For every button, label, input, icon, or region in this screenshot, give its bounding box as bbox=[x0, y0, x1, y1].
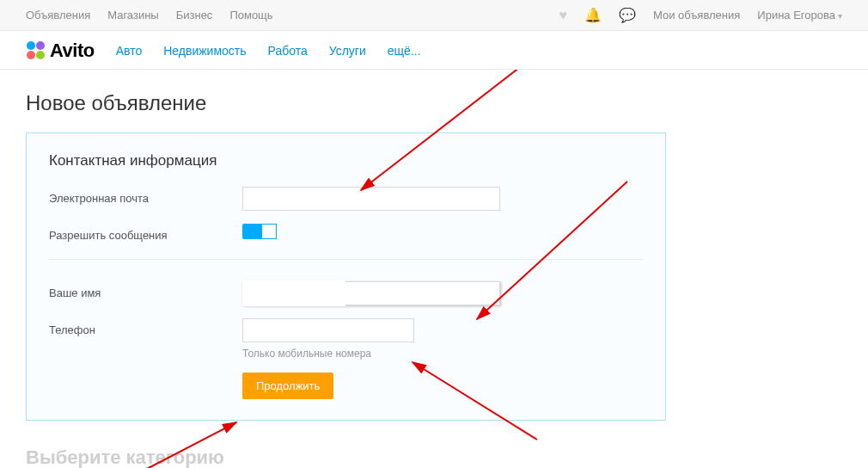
choose-category-heading: Выберите категорию bbox=[26, 446, 842, 468]
heart-icon[interactable]: ♥ bbox=[559, 8, 567, 23]
cat-auto[interactable]: Авто bbox=[116, 44, 143, 58]
contact-panel: Контактная информация Электронная почта … bbox=[26, 132, 666, 421]
email-label: Электронная почта bbox=[49, 187, 242, 205]
toplink-help[interactable]: Помощь bbox=[229, 9, 272, 22]
allow-label: Разрешить сообщения bbox=[49, 224, 242, 242]
toplink-ads[interactable]: Объявления bbox=[26, 9, 90, 22]
topbar-right: ♥ 🔔 💬 Мои объявления Ирина Егорова▾ bbox=[559, 7, 842, 23]
cat-jobs[interactable]: Работа bbox=[268, 44, 308, 58]
phone-hint: Только мобильные номера bbox=[242, 348, 643, 360]
toplink-shops[interactable]: Магазины bbox=[107, 9, 159, 22]
allow-toggle[interactable] bbox=[242, 224, 277, 239]
bell-icon[interactable]: 🔔 bbox=[584, 7, 602, 23]
row-allow-messages: Разрешить сообщения bbox=[49, 224, 643, 242]
logo-icon bbox=[26, 40, 46, 61]
category-links: Авто Недвижимость Работа Услуги ещё... bbox=[116, 44, 421, 58]
page-body: Новое объявление Контактная информация Э… bbox=[0, 70, 868, 468]
chevron-down-icon: ▾ bbox=[838, 11, 842, 21]
user-menu[interactable]: Ирина Егорова▾ bbox=[757, 9, 842, 22]
email-input[interactable] bbox=[242, 187, 500, 211]
cat-more[interactable]: ещё... bbox=[388, 44, 421, 58]
toggle-knob bbox=[261, 224, 277, 239]
logo-text: Avito bbox=[50, 40, 95, 62]
row-email: Электронная почта bbox=[49, 187, 643, 211]
topbar-left: Объявления Магазины Бизнес Помощь bbox=[26, 9, 273, 22]
row-phone: Телефон Только мобильные номера bbox=[49, 318, 643, 360]
logo[interactable]: Avito bbox=[26, 40, 95, 62]
row-name: Ваше имя bbox=[49, 281, 643, 305]
topbar: Объявления Магазины Бизнес Помощь ♥ 🔔 💬 … bbox=[0, 0, 868, 31]
name-overlay bbox=[242, 280, 345, 306]
toplink-business[interactable]: Бизнес bbox=[176, 9, 213, 22]
cat-services[interactable]: Услуги bbox=[329, 44, 366, 58]
row-submit: Продолжить bbox=[49, 373, 643, 399]
phone-label: Телефон bbox=[49, 318, 242, 336]
my-ads-link[interactable]: Мои объявления bbox=[653, 9, 740, 22]
phone-input[interactable] bbox=[242, 318, 414, 342]
name-label: Ваше имя bbox=[49, 281, 242, 299]
cat-realestate[interactable]: Недвижимость bbox=[163, 44, 246, 58]
continue-button[interactable]: Продолжить bbox=[242, 373, 333, 399]
chat-icon[interactable]: 💬 bbox=[619, 7, 636, 23]
page-title: Новое объявление bbox=[26, 91, 842, 115]
divider bbox=[49, 259, 643, 260]
panel-title: Контактная информация bbox=[49, 152, 643, 169]
header: Avito Авто Недвижимость Работа Услуги ещ… bbox=[0, 31, 868, 70]
